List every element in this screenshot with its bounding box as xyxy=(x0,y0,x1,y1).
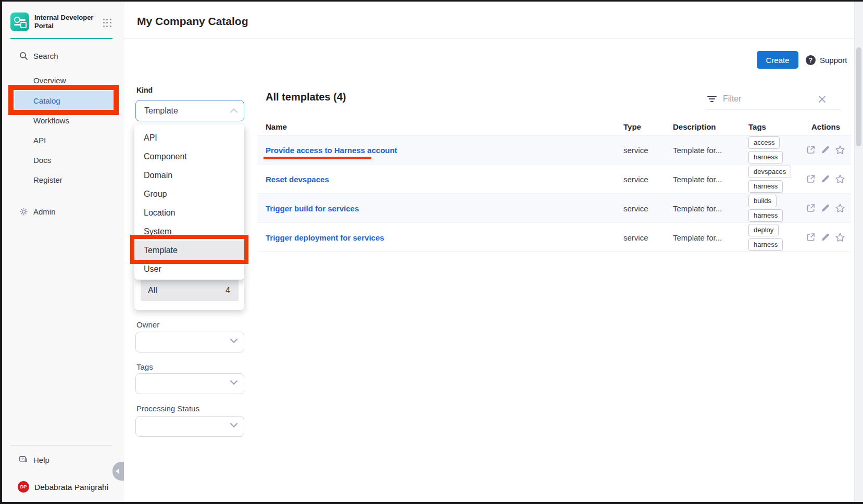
scrollbar-thumb[interactable] xyxy=(856,47,861,146)
table-filter-field[interactable]: Filter xyxy=(706,90,841,109)
kind-option-label: Component xyxy=(144,152,187,161)
kind-option-group[interactable]: Group xyxy=(134,185,244,204)
processing-status-label: Processing Status xyxy=(136,404,199,413)
open-in-new-icon[interactable] xyxy=(806,233,816,242)
kind-option-location[interactable]: Location xyxy=(134,204,244,222)
user-name[interactable]: Debabrata Panigrahi xyxy=(34,483,108,492)
count-row-value: 4 xyxy=(226,286,230,295)
sidebar-item-label: Docs xyxy=(33,156,51,165)
filter-placeholder: Filter xyxy=(723,94,742,104)
sidebar-item-workflows[interactable]: Workflows xyxy=(2,111,123,130)
kind-select[interactable]: Template xyxy=(135,100,244,121)
column-header-type[interactable]: Type xyxy=(623,122,641,131)
sidebar-item-admin[interactable]: Admin xyxy=(2,202,123,221)
kind-option-label: Location xyxy=(144,208,176,218)
open-in-new-icon[interactable] xyxy=(806,145,816,155)
template-name-link[interactable]: Trigger deployment for services xyxy=(266,233,384,242)
sidebar-item-api[interactable]: API xyxy=(2,131,123,149)
tags-select[interactable] xyxy=(135,373,244,394)
column-header-name[interactable]: Name xyxy=(266,122,287,131)
user-avatar[interactable]: DP xyxy=(18,481,29,493)
kind-count-row-all[interactable]: All 4 xyxy=(141,280,239,301)
portal-title: Internal Developer Portal xyxy=(34,14,96,30)
template-name-link[interactable]: Trigger build for services xyxy=(266,204,359,212)
create-button[interactable]: Create xyxy=(757,51,798,69)
apps-grid-icon[interactable] xyxy=(103,19,111,27)
annotation-underline-name xyxy=(264,157,371,159)
clear-filter-icon[interactable] xyxy=(818,95,826,103)
sidebar-item-label: Search xyxy=(33,52,58,60)
kind-option-system[interactable]: System xyxy=(134,222,244,241)
tag-chip[interactable]: access xyxy=(748,136,780,149)
description-cell: Template for... xyxy=(673,233,722,242)
tags-cell: devspacesharness xyxy=(748,166,791,193)
sidebar-item-label: Workflows xyxy=(33,116,69,125)
actions-cell xyxy=(806,232,845,242)
actions-cell xyxy=(806,203,845,213)
brand-divider xyxy=(10,38,112,39)
support-link[interactable]: Support xyxy=(820,56,847,65)
type-cell: service xyxy=(623,233,648,242)
vertical-scrollbar[interactable] xyxy=(854,2,863,502)
support-question-icon[interactable]: ? xyxy=(806,55,816,65)
table-row: Trigger deployment for servicesserviceTe… xyxy=(257,223,851,252)
help-chat-icon: ? xyxy=(19,455,28,464)
type-cell: service xyxy=(623,145,648,154)
column-header-tags[interactable]: Tags xyxy=(748,122,766,131)
table-row: Trigger build for servicesserviceTemplat… xyxy=(257,194,851,223)
type-cell: service xyxy=(623,174,648,183)
collapse-left-icon xyxy=(116,469,119,474)
kind-option-component[interactable]: Component xyxy=(134,147,244,166)
star-icon[interactable] xyxy=(835,145,845,155)
tag-chip[interactable]: harness xyxy=(748,238,783,251)
processing-status-select[interactable] xyxy=(135,416,244,437)
kind-option-label: Group xyxy=(144,190,167,199)
edit-pencil-icon[interactable] xyxy=(821,204,830,212)
sidebar-item-docs[interactable]: Docs xyxy=(2,150,123,169)
kind-label: Kind xyxy=(136,86,153,94)
kind-option-label: API xyxy=(144,133,157,143)
kind-option-domain[interactable]: Domain xyxy=(134,166,244,185)
tag-chip[interactable]: harness xyxy=(748,209,783,222)
kind-option-api[interactable]: API xyxy=(134,129,244,147)
description-cell: Template for... xyxy=(673,174,722,183)
open-in-new-icon[interactable] xyxy=(806,174,816,184)
chevron-down-icon xyxy=(230,338,237,343)
tags-label: Tags xyxy=(136,362,153,371)
kind-option-label: Domain xyxy=(144,171,172,180)
tags-cell: buildsharness xyxy=(748,195,783,222)
star-icon[interactable] xyxy=(835,203,845,213)
sidebar-item-help[interactable]: ? Help xyxy=(2,450,123,469)
column-header-description[interactable]: Description xyxy=(673,122,716,131)
sidebar-item-label: Catalog xyxy=(33,96,60,105)
owner-select[interactable] xyxy=(135,332,244,352)
kind-select-value: Template xyxy=(144,106,178,116)
kind-option-user[interactable]: User xyxy=(134,260,244,279)
edit-pencil-icon[interactable] xyxy=(821,174,830,183)
star-icon[interactable] xyxy=(835,174,845,184)
column-header-actions[interactable]: Actions xyxy=(811,122,840,131)
page-title: My Company Catalog xyxy=(137,15,248,28)
tag-chip[interactable]: builds xyxy=(748,195,777,207)
template-name-link[interactable]: Provide access to Harness account xyxy=(266,145,397,154)
edit-pencil-icon[interactable] xyxy=(821,233,830,242)
sidebar-item-search[interactable]: Search xyxy=(2,46,123,65)
table-body: Provide access to Harness accountservice… xyxy=(257,135,851,252)
tag-chip[interactable]: harness xyxy=(748,180,783,193)
tag-chip[interactable]: harness xyxy=(748,151,783,163)
sidebar-item-label: Admin xyxy=(33,207,56,216)
tag-chip[interactable]: devspaces xyxy=(748,166,791,178)
edit-pencil-icon[interactable] xyxy=(821,145,830,154)
sidebar-item-catalog[interactable]: Catalog xyxy=(2,91,123,110)
kind-option-label: System xyxy=(144,227,171,236)
kind-option-label: User xyxy=(144,264,161,274)
kind-dropdown-menu: APIComponentDomainGroupLocationSystemTem… xyxy=(134,124,244,280)
template-name-link[interactable]: Reset devspaces xyxy=(266,174,329,183)
sidebar-item-register[interactable]: Register xyxy=(2,170,123,189)
open-in-new-icon[interactable] xyxy=(806,204,816,213)
kind-option-template[interactable]: Template xyxy=(134,241,244,260)
star-icon[interactable] xyxy=(835,232,845,242)
tag-chip[interactable]: deploy xyxy=(748,224,779,236)
sidebar-item-overview[interactable]: Overview xyxy=(2,71,123,90)
table-row: Provide access to Harness accountservice… xyxy=(257,135,851,165)
